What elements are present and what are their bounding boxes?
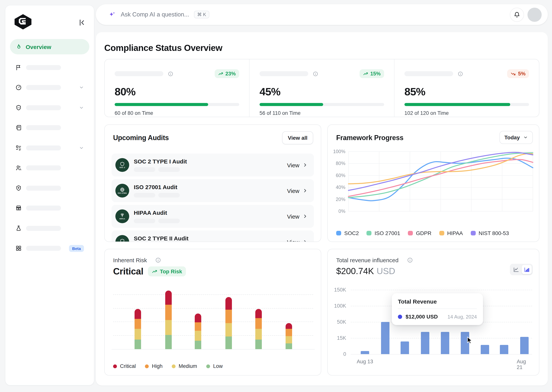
legend-item: Critical [113,363,136,369]
ask-ai-search[interactable]: Ask Comp AI a question... ⌘ K [109,11,209,18]
sidebar-item-7[interactable] [10,198,89,218]
revenue-bar-4[interactable] [441,332,449,354]
users-icon [15,165,22,171]
progress-bar [404,103,529,106]
main-panel: Compliance Status Overview 23%80%60 of 8… [96,32,548,385]
inherent-risk-card: Inherent Risk Critical Top Risk Critical… [104,249,321,376]
notifications-button[interactable] [510,7,524,22]
audit-name: SOC 2 TYPE II Audit [134,235,189,242]
line-chart-toggle-button[interactable] [511,265,521,274]
risk-bar-5 [286,323,292,349]
info-icon[interactable] [313,71,318,76]
stats-row: 23%80%60 of 80 on Time15%45%56 of 110 on… [104,59,539,117]
view-button[interactable]: View [287,213,308,220]
audit-item-2[interactable]: HIPAAHIPAA AuditView [112,205,314,228]
trend-up-icon [218,71,224,76]
tooltip-value: $12,000 USD [406,314,438,320]
risk-bar-1 [165,290,172,349]
label-skeleton [26,246,61,251]
audit-name: HIPAA Audit [134,210,180,216]
risk-stacked-bar-chart [113,290,313,349]
flame-icon [15,43,22,50]
label-skeleton [26,65,61,70]
risk-bar-4 [255,309,262,349]
framework-title: Framework Progress [336,134,403,142]
info-icon[interactable] [458,71,463,76]
framework-line-chart: 100%80%60%40%20%0% [331,148,537,218]
bar-chart-toggle-button[interactable] [522,265,532,274]
info-icon[interactable] [155,257,161,263]
chevron-right-icon [302,239,308,242]
title-skeleton [404,71,453,76]
stat-percentage: 85% [404,86,529,98]
trend-badge: 23% [215,69,239,78]
stat-percentage: 45% [260,86,384,98]
y-axis-tick: 0 [328,351,346,357]
info-icon[interactable] [407,257,413,263]
trend-down-icon [511,71,516,76]
revenue-bar-7[interactable] [500,345,508,354]
sidebar-item-8[interactable] [10,218,89,238]
sidebar-item-1[interactable] [10,77,89,98]
dashboard: Overview Beta Ask Comp AI a question... … [0,0,552,392]
avatar[interactable] [527,7,542,22]
grid-icon [15,245,22,252]
revenue-bar-8[interactable] [520,337,529,354]
period-select[interactable]: Today [500,131,533,144]
legend-item: Low [206,363,223,369]
audit-name: ISO 27001 Audit [134,184,180,190]
view-all-button[interactable]: View all [282,131,313,144]
period-value: Today [504,134,520,140]
page-title: Compliance Status Overview [104,43,222,53]
upcoming-audits-card: Upcoming Audits View all SOC 2SOC 2 TYPE… [104,124,321,242]
legend-item: Medium [172,363,197,369]
revenue-bar-6[interactable] [481,345,489,354]
chevron-right-icon [302,162,308,168]
framework-badge-icon: SOC 2 [115,158,129,172]
sidebar-item-0[interactable] [10,57,89,77]
sidebar-collapse-icon[interactable] [79,19,86,26]
legend-item: High [145,363,163,369]
revenue-title: Total revenue influenced [336,257,399,263]
mouse-cursor [467,336,473,344]
sidebar-item-9[interactable]: Beta [10,238,89,259]
view-button[interactable]: View [287,187,308,194]
topbar: Ask Comp AI a question... ⌘ K [96,4,548,25]
risk-title: Inherent Risk [113,257,147,263]
audit-item-1[interactable]: ISO 27001ISO 27001 AuditView [112,179,314,202]
sparkle-icon [109,11,116,18]
label-skeleton [26,226,61,231]
sidebar-item-5[interactable] [10,158,89,178]
sidebar-item-2[interactable] [10,98,89,118]
revenue-currency: USD [377,266,395,276]
revenue-bar-1[interactable] [381,322,389,354]
sidebar-item-4[interactable] [10,138,89,158]
chevron-down-icon [79,85,84,90]
sidebar-item-overview[interactable]: Overview [10,39,89,54]
chevron-down-icon [523,135,528,140]
sidebar-item-3[interactable] [10,118,89,138]
stat-caption: 56 of 110 on Time [260,110,384,116]
x-axis-label: Aug 13 [357,359,373,364]
line-chart-icon [513,267,519,272]
chevron-down-icon [79,146,84,150]
revenue-bar-3[interactable] [421,332,429,354]
risk-level: Critical [113,266,143,277]
comp-ai-logo [14,14,32,30]
shield-plus-icon [15,185,22,191]
flag-icon [15,64,22,71]
audit-name: SOC 2 TYPE I Audit [134,158,187,165]
checklist-icon [15,145,22,151]
view-button[interactable]: View [287,162,308,168]
label-skeleton [26,85,61,90]
notebook-icon [15,125,22,131]
revenue-bar-0[interactable] [361,351,369,354]
info-icon[interactable] [168,71,173,76]
shield-icon [15,105,22,111]
audit-item-3[interactable]: SOC 2SOC 2 TYPE II AuditView [112,231,314,242]
audit-meta-skeleton [134,219,180,223]
audit-item-0[interactable]: SOC 2SOC 2 TYPE I AuditView [112,154,314,176]
revenue-bar-2[interactable] [400,342,409,354]
sidebar-item-6[interactable] [10,178,89,198]
view-button[interactable]: View [287,239,308,242]
